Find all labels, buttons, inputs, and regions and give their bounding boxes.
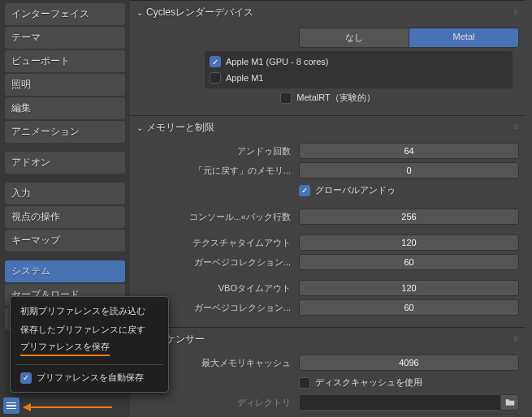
sidebar-item-animation[interactable]: アニメーション: [5, 121, 125, 143]
device-1-label: Apple M1 (GPU - 8 cores): [226, 57, 329, 67]
sidebar-item-editing[interactable]: 編集: [5, 97, 125, 119]
vbo-timeout-input[interactable]: 120: [299, 280, 519, 296]
undo-memory-label: 「元に戻す」のメモリ...: [136, 165, 299, 177]
gc-rate-1-label: ガーベジコレクション...: [136, 256, 299, 269]
device-none-button[interactable]: なし: [299, 28, 409, 48]
grip-icon: ⠿: [513, 336, 519, 343]
cache-directory-input[interactable]: [299, 394, 501, 411]
gc-rate-2-input[interactable]: 60: [299, 299, 519, 316]
sidebar-item-themes[interactable]: テーマ: [5, 27, 125, 49]
sidebar-item-addons[interactable]: アドオン: [5, 152, 125, 174]
save-prefs-button[interactable]: プリファレンスを保存: [20, 341, 110, 356]
hamburger-menu-button[interactable]: [3, 398, 19, 414]
panel-title: Cyclesレンダーデバイス: [146, 6, 253, 19]
chevron-down-icon: ⌄: [136, 8, 143, 17]
device-2-label: Apple M1: [226, 73, 263, 83]
panel-header-sequencer[interactable]: ⌄ シーケンサー ⠿: [130, 328, 526, 351]
chevron-down-icon: ⌄: [136, 123, 143, 132]
sidebar-item-input[interactable]: 入力: [5, 183, 125, 204]
sidebar-item-interface[interactable]: インターフェイス: [5, 3, 125, 25]
undo-steps-input[interactable]: 64: [299, 143, 519, 159]
undo-memory-input[interactable]: 0: [299, 162, 519, 178]
panel-title: メモリーと制限: [146, 121, 214, 135]
folder-icon: [505, 398, 515, 407]
panel-header-memory[interactable]: ⌄ メモリーと制限 ⠿: [130, 116, 526, 140]
max-cache-input[interactable]: 100: [299, 414, 519, 417]
sidebar-item-system[interactable]: システム: [5, 260, 125, 282]
sidebar-item-lights[interactable]: 照明: [5, 74, 125, 96]
autosave-prefs-label: プリファレンスを自動保存: [37, 372, 144, 384]
sidebar-item-viewport[interactable]: ビューポート: [5, 50, 125, 72]
disk-cache-label: ディスクキャッシュを使用: [315, 376, 422, 389]
global-undo-label: グローバルアンドゥ: [315, 184, 396, 196]
texture-timeout-label: テクスチャタイムアウト: [136, 237, 299, 249]
disk-cache-checkbox[interactable]: [299, 377, 310, 389]
device-metal-button[interactable]: Metal: [409, 28, 519, 48]
device-1-checkbox[interactable]: ✓: [210, 56, 221, 67]
console-lines-input[interactable]: 256: [299, 208, 519, 225]
metalrt-checkbox[interactable]: [280, 92, 292, 104]
content-area: ⌄ Cyclesレンダーデバイス ⠿ なし Metal ✓ Apple M1 (…: [130, 0, 532, 417]
panel-header-cycles[interactable]: ⌄ Cyclesレンダーデバイス ⠿: [130, 1, 526, 24]
cache-directory-label: ディレクトリ: [136, 397, 299, 409]
sidebar-item-keymap[interactable]: キーマップ: [5, 230, 125, 251]
undo-steps-label: アンドゥ回数: [136, 145, 299, 157]
preferences-menu-popup: 初期プリファレンスを読み込む 保存したプリファレンスに戻す プリファレンスを保存…: [10, 296, 169, 393]
global-undo-checkbox[interactable]: ✓: [299, 185, 310, 196]
max-memory-cache-input[interactable]: 4096: [299, 355, 519, 371]
device-2-checkbox[interactable]: [210, 72, 221, 84]
metalrt-label: MetalRT（実験的）: [296, 92, 374, 104]
console-lines-label: コンソール...«バック行数: [136, 211, 299, 223]
gc-rate-1-input[interactable]: 60: [299, 254, 519, 270]
browse-directory-button[interactable]: [501, 394, 519, 411]
grip-icon: ⠿: [513, 124, 519, 131]
texture-timeout-input[interactable]: 120: [299, 234, 519, 251]
vbo-timeout-label: VBOタイムアウト: [136, 282, 299, 294]
revert-saved-prefs-button[interactable]: 保存したプリファレンスに戻す: [15, 320, 163, 339]
grip-icon: ⠿: [513, 9, 519, 16]
sidebar-item-navigation[interactable]: 視点の操作: [5, 206, 125, 228]
load-factory-prefs-button[interactable]: 初期プリファレンスを読み込む: [15, 302, 163, 320]
autosave-prefs-checkbox[interactable]: ✓: [20, 372, 32, 384]
